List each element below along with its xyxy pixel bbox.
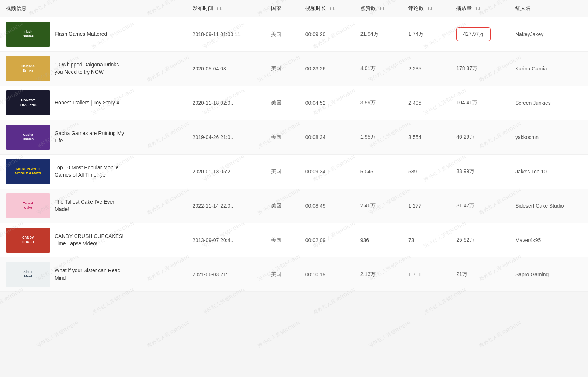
col-header-date[interactable]: 发布时间 ⬆⬇ [187, 0, 265, 17]
col-header-country: 国家 [265, 0, 300, 17]
author-name: Sapro Gaming [509, 257, 588, 292]
comments-count: 1,277 [402, 189, 450, 223]
video-cell: CANDYCRUSH CANDY CRUSH CUPCAKES! Time La… [0, 223, 187, 257]
video-duration: 00:09:20 [300, 17, 354, 52]
video-duration: 00:04:52 [300, 86, 354, 120]
views-count: 31.42万 [450, 189, 509, 223]
publish-date: 2020-05-04 03:... [187, 52, 265, 86]
publish-date: 2018-09-11 01:00:11 [187, 17, 265, 52]
video-cell: TallestCake The Tallest Cake I've Ever M… [0, 189, 187, 223]
comments-count: 539 [402, 155, 450, 189]
video-duration: 00:10:19 [300, 257, 354, 292]
video-thumbnail: DalgonaDrinks [6, 56, 50, 81]
video-thumbnail: HONESTTRAILERS [6, 90, 50, 115]
country: 美国 [265, 155, 300, 189]
video-title: Gacha Games are Ruining My Life [55, 130, 128, 144]
sort-icon-likes: ⬆⬇ [379, 7, 385, 11]
publish-date: 2022-11-14 22:0... [187, 189, 265, 223]
publish-date: 2020-11-18 02:0... [187, 86, 265, 120]
publish-date: 2013-09-07 20:4... [187, 223, 265, 257]
author-name: NakeyJakey [509, 17, 588, 52]
comments-count: 2,235 [402, 52, 450, 86]
table-row: GachaGames Gacha Games are Ruining My Li… [0, 120, 588, 155]
video-thumbnail: TallestCake [6, 193, 50, 218]
video-duration: 00:09:34 [300, 155, 354, 189]
table-row: DalgonaDrinks 10 Whipped Dalgona Drinks … [0, 52, 588, 86]
video-cell: MOST PLAYEDMOBILE GAMES Top 10 Most Popu… [0, 155, 187, 189]
video-cell: SisterMind What if your Sister can Read … [0, 257, 187, 292]
video-cell: GachaGames Gacha Games are Ruining My Li… [0, 120, 187, 155]
author-name: Sideserf Cake Studio [509, 189, 588, 223]
table-row: CANDYCRUSH CANDY CRUSH CUPCAKES! Time La… [0, 223, 588, 257]
video-cell: DalgonaDrinks 10 Whipped Dalgona Drinks … [0, 52, 187, 86]
video-title: What if your Sister can Read Mind [55, 267, 128, 281]
sort-icon-comments: ⬆⬇ [427, 7, 433, 11]
table-row: HONESTTRAILERS Honest Trailers | Toy Sto… [0, 86, 588, 120]
video-thumbnail: MOST PLAYEDMOBILE GAMES [6, 159, 50, 184]
author-name: yakkocmn [509, 120, 588, 155]
author-name: Screen Junkies [509, 86, 588, 120]
likes-count: 2.13万 [354, 257, 402, 292]
country: 美国 [265, 17, 300, 52]
likes-count: 3.59万 [354, 86, 402, 120]
video-cell: FlashGames Flash Games Mattered [0, 17, 187, 52]
sort-icon-views: ⬆⬇ [475, 7, 481, 11]
video-thumbnail: CANDYCRUSH [6, 228, 50, 253]
main-table-container: 视频信息 发布时间 ⬆⬇ 国家 视频时长 ⬆⬇ 点赞数 ⬆⬇ [0, 0, 588, 292]
likes-count: 936 [354, 223, 402, 257]
country: 美国 [265, 86, 300, 120]
video-duration: 00:02:09 [300, 223, 354, 257]
col-header-video: 视频信息 [0, 0, 187, 17]
country: 美国 [265, 52, 300, 86]
publish-date: 2020-01-13 05:2... [187, 155, 265, 189]
table-row: MOST PLAYEDMOBILE GAMES Top 10 Most Popu… [0, 155, 588, 189]
video-thumbnail: GachaGames [6, 125, 50, 150]
video-title: Flash Games Mattered [55, 31, 107, 38]
video-title: 10 Whipped Dalgona Drinks you Need to tr… [55, 61, 128, 76]
publish-date: 2021-06-03 21:1... [187, 257, 265, 292]
video-title: The Tallest Cake I've Ever Made! [55, 198, 128, 213]
video-cell: HONESTTRAILERS Honest Trailers | Toy Sto… [0, 86, 187, 120]
likes-count: 2.46万 [354, 189, 402, 223]
table-row: FlashGames Flash Games Mattered 2018-09-… [0, 17, 588, 52]
views-count: 178.37万 [450, 52, 509, 86]
country: 美国 [265, 257, 300, 292]
sort-icon-duration: ⬆⬇ [329, 7, 335, 11]
comments-count: 3,554 [402, 120, 450, 155]
video-table: 视频信息 发布时间 ⬆⬇ 国家 视频时长 ⬆⬇ 点赞数 ⬆⬇ [0, 0, 588, 292]
col-header-views[interactable]: 播放量 ⬆⬇ [450, 0, 509, 17]
video-thumbnail: SisterMind [6, 262, 50, 287]
highlighted-views: 427.97万 [456, 27, 491, 41]
video-duration: 00:23:26 [300, 52, 354, 86]
likes-count: 1.95万 [354, 120, 402, 155]
video-title: CANDY CRUSH CUPCAKES! Time Lapse Video! [55, 233, 128, 247]
table-header: 视频信息 发布时间 ⬆⬇ 国家 视频时长 ⬆⬇ 点赞数 ⬆⬇ [0, 0, 588, 17]
col-header-comments[interactable]: 评论数 ⬆⬇ [402, 0, 450, 17]
col-header-duration[interactable]: 视频时长 ⬆⬇ [300, 0, 354, 17]
sort-icon-date: ⬆⬇ [216, 7, 222, 11]
video-duration: 00:08:49 [300, 189, 354, 223]
table-row: SisterMind What if your Sister can Read … [0, 257, 588, 292]
country: 美国 [265, 120, 300, 155]
author-name: Maver4k95 [509, 223, 588, 257]
views-count: 21万 [450, 257, 509, 292]
views-count: 25.62万 [450, 223, 509, 257]
author-name: Karina Garcia [509, 52, 588, 86]
video-duration: 00:08:34 [300, 120, 354, 155]
author-name: Jake's Top 10 [509, 155, 588, 189]
comments-count: 1.74万 [402, 17, 450, 52]
views-count: 104.41万 [450, 86, 509, 120]
views-count: 46.29万 [450, 120, 509, 155]
video-title: Honest Trailers | Toy Story 4 [55, 99, 119, 107]
views-count: 33.99万 [450, 155, 509, 189]
table-body: FlashGames Flash Games Mattered 2018-09-… [0, 17, 588, 292]
table-row: TallestCake The Tallest Cake I've Ever M… [0, 189, 588, 223]
video-thumbnail: FlashGames [6, 22, 50, 47]
col-header-likes[interactable]: 点赞数 ⬆⬇ [354, 0, 402, 17]
likes-count: 5,045 [354, 155, 402, 189]
country: 美国 [265, 223, 300, 257]
comments-count: 2,405 [402, 86, 450, 120]
likes-count: 21.94万 [354, 17, 402, 52]
comments-count: 1,701 [402, 257, 450, 292]
likes-count: 4.01万 [354, 52, 402, 86]
